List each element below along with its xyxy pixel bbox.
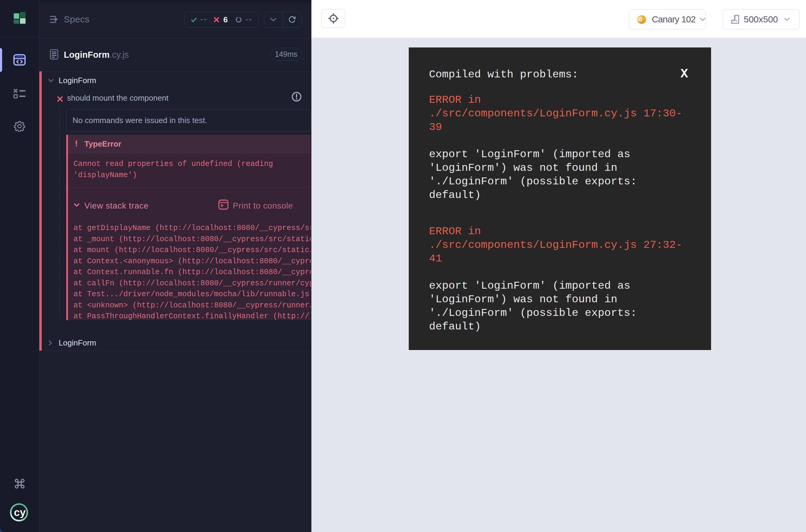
svg-text:cy: cy <box>14 506 26 518</box>
